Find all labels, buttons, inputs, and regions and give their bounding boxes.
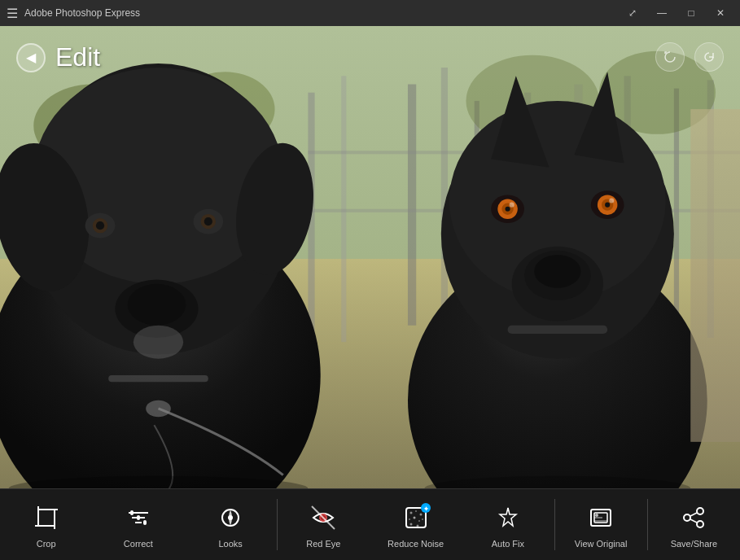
expand-button[interactable]: ⤢ <box>620 3 646 23</box>
svg-rect-32 <box>108 375 208 382</box>
reduce-noise-label: Reduce Noise <box>388 539 444 549</box>
photo-container <box>0 26 740 488</box>
svg-point-82 <box>416 524 418 527</box>
svg-rect-67 <box>143 520 147 525</box>
svg-point-78 <box>413 516 415 518</box>
crop-icon <box>30 501 63 534</box>
svg-rect-57 <box>38 510 55 526</box>
main-content: ◀ Edit <box>0 26 740 488</box>
minimize-button[interactable]: — <box>649 3 675 23</box>
back-icon: ◀ <box>26 50 36 65</box>
undo-button[interactable] <box>655 42 685 72</box>
auto-fix-tool[interactable]: Auto Fix <box>462 489 554 560</box>
correct-icon <box>122 501 155 534</box>
rotate-icon <box>702 50 716 64</box>
auto-fix-icon <box>492 501 524 534</box>
looks-tool[interactable]: Looks <box>185 489 277 560</box>
red-eye-tool[interactable]: Red Eye <box>278 489 370 560</box>
svg-point-31 <box>134 326 183 359</box>
svg-point-80 <box>409 523 412 525</box>
svg-line-95 <box>690 513 697 516</box>
app-title: Adobe Photoshop Express <box>24 7 140 19</box>
looks-icon <box>214 501 247 534</box>
svg-point-30 <box>204 217 212 225</box>
looks-label: Looks <box>218 539 242 549</box>
rotate-button[interactable] <box>694 42 724 72</box>
svg-rect-56 <box>690 109 740 442</box>
svg-point-81 <box>422 518 423 520</box>
svg-line-72 <box>312 506 335 529</box>
svg-point-41 <box>534 255 580 288</box>
window-controls: ⤢ — □ ✕ <box>620 3 733 23</box>
save-share-icon <box>677 501 710 534</box>
title-bar-left: ☰ Adobe Photoshop Express <box>7 6 140 21</box>
reduce-noise-icon: ✦ <box>400 501 432 534</box>
svg-rect-4 <box>408 85 416 326</box>
hamburger-menu-icon[interactable]: ☰ <box>7 6 18 21</box>
svg-point-75 <box>415 510 417 512</box>
svg-point-24 <box>128 284 186 326</box>
svg-point-94 <box>697 521 703 527</box>
svg-point-89 <box>595 514 598 517</box>
view-original-tool[interactable]: View Original <box>555 489 647 560</box>
red-eye-label: Red Eye <box>306 539 340 549</box>
red-eye-icon <box>307 501 339 534</box>
correct-label: Correct <box>124 539 153 549</box>
undo-icon <box>663 50 677 64</box>
crop-tool[interactable]: Crop <box>0 489 92 560</box>
save-share-label: Save/Share <box>671 539 717 549</box>
svg-point-76 <box>419 513 422 515</box>
view-original-label: View Original <box>575 539 628 549</box>
reduce-noise-tool[interactable]: ✦ Reduce Noise <box>370 489 462 560</box>
svg-point-79 <box>418 520 420 522</box>
top-right-controls <box>655 42 724 72</box>
svg-line-96 <box>690 519 697 523</box>
photo-image <box>0 26 740 488</box>
back-button[interactable]: ◀ <box>16 43 46 72</box>
correct-tool[interactable]: Correct <box>92 489 184 560</box>
svg-point-49 <box>605 203 610 208</box>
svg-point-92 <box>697 508 703 514</box>
auto-fix-label: Auto Fix <box>492 539 524 549</box>
title-bar: ☰ Adobe Photoshop Express ⤢ — □ ✕ <box>0 0 740 26</box>
save-share-tool[interactable]: Save/Share <box>648 489 740 560</box>
svg-point-69 <box>228 515 233 520</box>
svg-point-48 <box>506 207 510 212</box>
edit-title: Edit <box>55 42 100 72</box>
view-original-icon <box>585 501 617 534</box>
svg-point-29 <box>96 221 104 230</box>
svg-point-51 <box>609 198 614 203</box>
edit-header: ◀ Edit <box>16 42 100 72</box>
svg-point-50 <box>510 203 514 208</box>
svg-rect-66 <box>137 515 140 520</box>
svg-rect-52 <box>508 326 608 334</box>
crop-label: Crop <box>37 539 56 549</box>
svg-text:✦: ✦ <box>423 505 428 513</box>
maximize-button[interactable]: □ <box>678 3 704 23</box>
svg-point-93 <box>684 514 690 521</box>
close-button[interactable]: ✕ <box>707 3 733 23</box>
toolbar: Crop Correct Looks <box>0 488 740 560</box>
svg-point-74 <box>409 511 412 514</box>
svg-point-77 <box>409 518 410 520</box>
svg-rect-65 <box>130 510 134 515</box>
